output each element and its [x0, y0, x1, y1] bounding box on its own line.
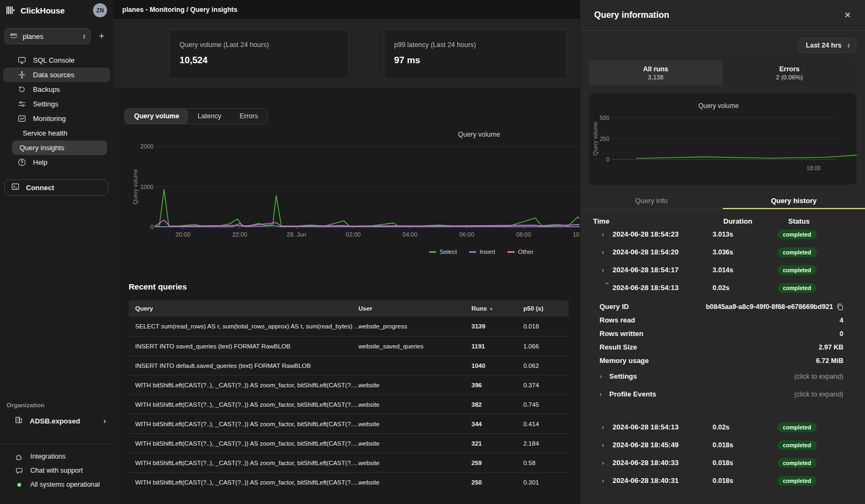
sidebar-item-monitoring[interactable]: Monitoring [3, 111, 110, 126]
backups-icon [17, 85, 26, 94]
tab-query-history[interactable]: Query history [723, 193, 865, 209]
sidebar-item-backups[interactable]: Backups [3, 82, 110, 97]
add-service-button[interactable]: + [95, 31, 108, 42]
cell-runs: 344 [471, 421, 523, 427]
col-query[interactable]: Query [129, 305, 358, 312]
history-duration: 3.013s [713, 231, 777, 238]
breadcrumb-bar: planes - Monitoring / Query insights [114, 0, 580, 19]
close-icon[interactable]: ✕ [841, 8, 854, 22]
history-status: completed [777, 475, 865, 486]
time-range-row: Last 24 hrs ▲▼ [580, 38, 856, 53]
detail-row-query-id: Query IDb0845aa9-a8c9-49f0-8f68-e678669b… [600, 300, 843, 313]
service-selector[interactable]: aws planes ▲▼ [4, 28, 91, 44]
chevron-right-icon[interactable]: › [600, 391, 609, 398]
detail-value: 4 [840, 317, 843, 324]
col-p50[interactable]: p50 (s) [523, 305, 569, 312]
cell-user: website_progress [358, 323, 471, 330]
table-row[interactable]: SELECT sum(read_rows) AS r, sum(total_ro… [129, 317, 569, 336]
detail-label: Memory usage [600, 357, 649, 365]
detail-label: Rows written [600, 330, 643, 338]
sidebar-item-help[interactable]: Help [3, 155, 110, 170]
terminal-icon [11, 183, 19, 192]
svg-text:Query volume: Query volume [132, 169, 138, 205]
detail-value: b0845aa9-a8c9-49f0-8f68-e678669bd921 [706, 303, 843, 311]
table-row[interactable]: WITH bitShiftLeft(CAST(?..), _CAST(?..))… [129, 472, 569, 492]
detail-row-settings[interactable]: ›Settings(click to expand) [600, 367, 843, 385]
sidebar-item-query-insights[interactable]: Query insights [12, 140, 107, 155]
svg-text:Query volume: Query volume [698, 102, 739, 110]
history-row[interactable]: ›2024-06-28 18:40:310.018scompleted [580, 472, 865, 489]
chevron-right-icon[interactable]: › [602, 248, 613, 256]
legend-item-other[interactable]: Other [507, 248, 534, 255]
errors-value: 2 (0.06%) [776, 74, 803, 80]
chevron-right-icon[interactable]: › [602, 476, 613, 485]
cell-query: WITH bitShiftLeft(CAST(?..), _CAST(?..))… [129, 479, 358, 486]
status-badge: completed [777, 230, 817, 239]
table-row[interactable]: WITH bitShiftLeft(CAST(?..), _CAST(?..))… [129, 394, 569, 414]
footer-item-chat-with-support[interactable]: Chat with support [0, 463, 114, 478]
table-row[interactable]: WITH bitShiftLeft(CAST(?..), _CAST(?..))… [129, 433, 569, 453]
chevron-right-icon[interactable]: › [602, 459, 613, 467]
col-runs[interactable]: Runs▼ [471, 305, 523, 312]
history-row[interactable]: ›2024-06-28 18:54:203.036scompleted [580, 243, 865, 261]
chevron-right-icon[interactable]: › [602, 266, 613, 274]
cell-runs: 321 [471, 440, 523, 447]
history-time: 2024-06-28 18:54:20 [613, 248, 713, 256]
history-row[interactable]: ›2024-06-28 18:45:490.018scompleted [580, 436, 865, 454]
detail-value: 6.72 MiB [816, 357, 843, 365]
history-duration: 0.02s [713, 424, 777, 431]
organization-row[interactable]: ADSB.exposed › [0, 413, 114, 429]
sidebar-item-label: Help [33, 158, 48, 166]
table-row[interactable]: INSERT INTO default.saved_queries (text)… [129, 355, 569, 375]
copy-icon[interactable] [836, 303, 843, 311]
chart-tabgroup: Query volumeLatencyErrors [124, 108, 268, 124]
tab-errors[interactable]: Errors [230, 109, 267, 124]
history-row[interactable]: ›2024-06-28 18:54:173.014scompleted [580, 261, 865, 279]
tab-latency[interactable]: Latency [188, 109, 230, 124]
help-icon [17, 158, 26, 167]
time-range-select[interactable]: Last 24 hrs ▲▼ [798, 38, 856, 53]
chevron-right-icon[interactable]: › [602, 423, 613, 431]
sidebar-item-service-health[interactable]: Service health [3, 126, 110, 140]
history-row[interactable]: ›2024-06-28 18:40:330.018scompleted [580, 454, 865, 472]
col-status: Status [788, 217, 865, 225]
chevron-right-icon[interactable]: › [600, 373, 609, 380]
history-row[interactable]: ›2024-06-28 18:54:130.02scompleted [580, 279, 865, 297]
user-avatar[interactable]: ZN [93, 3, 107, 17]
svg-text:04:00: 04:00 [403, 231, 418, 238]
segment-errors[interactable]: Errors 2 (0.06%) [723, 61, 857, 85]
history-row[interactable]: ›2024-06-28 18:54:233.013scompleted [580, 225, 865, 243]
chevron-updown-icon: ▲▼ [83, 33, 86, 39]
svg-text:aws: aws [10, 32, 17, 36]
sidebar-item-data-sources[interactable]: Data sources [3, 68, 110, 82]
query-volume-chart-svg: 200010000Query volumeQuery volume20:0022… [130, 127, 580, 241]
col-user[interactable]: User [358, 305, 471, 312]
tab-query-info[interactable]: Query info [580, 193, 723, 209]
service-row: aws planes ▲▼ + [4, 28, 108, 44]
detail-row-result-size: Result Size2.97 KB [600, 340, 843, 354]
chevron-right-icon[interactable]: › [602, 441, 613, 449]
legend-item-select[interactable]: Select [429, 248, 457, 255]
footer-item-all-systems-operational[interactable]: All systems operational [0, 478, 114, 492]
history-status: completed [777, 283, 865, 293]
history-row[interactable]: ›2024-06-28 18:54:130.02scompleted [580, 418, 865, 436]
table-row[interactable]: WITH bitShiftLeft(CAST(?..), _CAST(?..))… [129, 375, 569, 394]
table-row[interactable]: WITH bitShiftLeft(CAST(?..), _CAST(?..))… [129, 453, 569, 472]
sidebar-item-settings[interactable]: Settings [3, 97, 110, 111]
svg-text:10:00: 10:00 [573, 231, 580, 238]
tab-query-volume[interactable]: Query volume [125, 109, 188, 124]
sidebar-item-sql-console[interactable]: SQL Console [3, 53, 110, 68]
legend-item-insert[interactable]: Insert [469, 248, 495, 255]
detail-row-profile-events[interactable]: ›Profile Events(click to expand) [600, 385, 843, 403]
cell-query: WITH bitShiftLeft(CAST(?..), _CAST(?..))… [129, 440, 358, 447]
table-row[interactable]: WITH bitShiftLeft(CAST(?..), _CAST(?..))… [129, 414, 569, 433]
cell-runs: 250 [471, 479, 523, 486]
connect-button[interactable]: Connect [4, 179, 108, 196]
chevron-down-icon[interactable]: › [603, 283, 611, 293]
segment-all-runs[interactable]: All runs 3,138 [589, 61, 723, 85]
cell-query: WITH bitShiftLeft(CAST(?..), _CAST(?..))… [129, 382, 358, 388]
table-row[interactable]: INSERT INTO saved_queries (text) FORMAT … [129, 336, 569, 355]
footer-item-integrations[interactable]: Integrations [0, 449, 114, 463]
chevron-right-icon[interactable]: › [602, 230, 613, 238]
detail-label: Result Size [600, 343, 637, 351]
